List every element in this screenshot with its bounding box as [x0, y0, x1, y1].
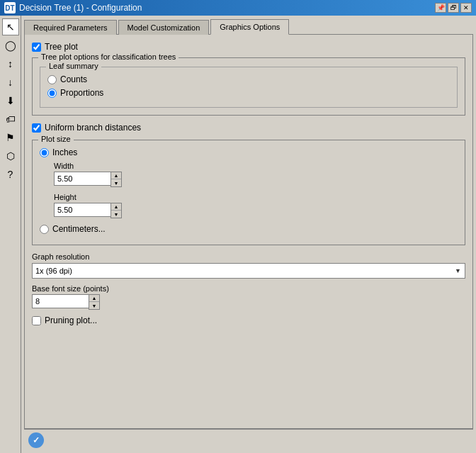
- width-spinner-group: Width ▲ ▼: [54, 162, 458, 187]
- pruning-plot-checkbox[interactable]: [32, 316, 41, 325]
- font-size-input[interactable]: [32, 294, 89, 308]
- width-input[interactable]: [54, 172, 110, 186]
- title-bar-left: DT Decision Tree (1) - Configuration: [4, 2, 142, 13]
- sidebar-icon-arrow[interactable]: ↖: [2, 18, 19, 35]
- height-spinners: ▲ ▼: [110, 203, 122, 218]
- plot-size-group: Plot size Inches Width ▲: [32, 140, 465, 245]
- leaf-summary-title: Leaf summary: [46, 62, 101, 70]
- tree-plot-label: Tree plot: [45, 42, 78, 52]
- height-down-button[interactable]: ▼: [111, 211, 121, 218]
- height-up-button[interactable]: ▲: [111, 203, 121, 211]
- bottom-check-icon: ✓: [28, 432, 44, 448]
- sidebar: ↖ ◯ ↕ ↓ ⬇ 🏷 ⚑ ⬡ ?: [0, 16, 21, 453]
- width-control: ▲ ▼: [54, 172, 458, 187]
- inches-radio[interactable]: [40, 148, 49, 157]
- sidebar-icon-flag[interactable]: ⚑: [2, 129, 19, 146]
- graph-resolution-row: Graph resolution 1x (96 dpi) 2x (192 dpi…: [32, 252, 465, 279]
- main-container: ↖ ◯ ↕ ↓ ⬇ 🏷 ⚑ ⬡ ? Required Parameters Mo…: [0, 16, 476, 453]
- width-spinners: ▲ ▼: [110, 172, 122, 187]
- uniform-branch-label: Uniform branch distances: [45, 123, 141, 133]
- centimeters-radio[interactable]: [40, 225, 49, 234]
- pruning-plot-label: Pruning plot...: [45, 315, 97, 325]
- app-icon: DT: [4, 2, 16, 13]
- tree-plot-checkbox[interactable]: [32, 43, 41, 52]
- leaf-summary-options: Counts Proportions: [47, 74, 450, 98]
- tree-plot-row: Tree plot: [32, 42, 465, 52]
- font-size-down-button[interactable]: ▼: [89, 302, 99, 309]
- uniform-branch-row: Uniform branch distances: [32, 123, 465, 133]
- proportions-row: Proportions: [47, 88, 450, 98]
- tree-plot-options-content: Leaf summary Counts Proportions: [40, 67, 458, 108]
- plot-size-title: Plot size: [38, 135, 74, 143]
- height-input[interactable]: [54, 203, 110, 217]
- tab-required-parameters[interactable]: Required Parameters: [24, 20, 117, 35]
- proportions-label: Proportions: [60, 88, 103, 98]
- inches-row: Inches: [40, 147, 458, 157]
- centimeters-label: Centimeters...: [52, 224, 106, 234]
- content-area: Required Parameters Model Customization …: [21, 16, 476, 453]
- sidebar-icon-tag[interactable]: 🏷: [2, 111, 19, 128]
- title-bar: DT Decision Tree (1) - Configuration 📌 🗗…: [0, 0, 476, 16]
- centimeters-row: Centimeters...: [40, 224, 458, 234]
- sidebar-icon-hex[interactable]: ⬡: [2, 147, 19, 164]
- uniform-branch-checkbox[interactable]: [32, 123, 41, 133]
- graph-resolution-select[interactable]: 1x (96 dpi) 2x (192 dpi) 3x (288 dpi): [32, 263, 465, 279]
- font-size-up-button[interactable]: ▲: [89, 295, 99, 302]
- tree-plot-options-title: Tree plot options for classification tre…: [38, 52, 178, 61]
- tabs-bar: Required Parameters Model Customization …: [24, 18, 473, 34]
- font-size-group: Base font size (points) ▲ ▼: [32, 284, 465, 310]
- close-button[interactable]: ✕: [460, 3, 472, 13]
- counts-radio[interactable]: [47, 75, 57, 84]
- tab-model-customization[interactable]: Model Customization: [118, 20, 210, 35]
- sidebar-icon-arrows-v[interactable]: ↕: [2, 55, 19, 72]
- restore-button[interactable]: 🗗: [448, 3, 459, 13]
- height-control: ▲ ▼: [54, 203, 458, 218]
- bottom-bar: ✓: [24, 429, 473, 450]
- width-down-button[interactable]: ▼: [111, 179, 121, 186]
- sidebar-icon-help[interactable]: ?: [2, 166, 19, 183]
- title-controls: 📌 🗗 ✕: [435, 3, 472, 13]
- pin-button[interactable]: 📌: [435, 3, 446, 13]
- tree-plot-options-group: Tree plot options for classification tre…: [32, 57, 465, 116]
- counts-label: Counts: [60, 74, 87, 84]
- counts-row: Counts: [47, 74, 450, 84]
- sidebar-icon-down[interactable]: ↓: [2, 74, 19, 91]
- sidebar-icon-circle[interactable]: ◯: [2, 37, 19, 54]
- graph-resolution-wrapper: 1x (96 dpi) 2x (192 dpi) 3x (288 dpi): [32, 263, 465, 279]
- height-spinner-group: Height ▲ ▼: [54, 193, 458, 218]
- proportions-radio[interactable]: [47, 89, 57, 98]
- plot-size-content: Inches Width ▲ ▼: [40, 147, 458, 234]
- tab-graphics-options[interactable]: Graphics Options: [210, 19, 289, 35]
- leaf-summary-group: Leaf summary Counts Proportions: [40, 67, 458, 108]
- font-size-control: ▲ ▼: [32, 294, 465, 310]
- pruning-plot-row: Pruning plot...: [32, 315, 465, 325]
- width-up-button[interactable]: ▲: [111, 172, 121, 179]
- graph-resolution-label: Graph resolution: [32, 252, 465, 261]
- graphics-panel: Tree plot Tree plot options for classifi…: [24, 34, 473, 429]
- inches-label: Inches: [52, 147, 77, 157]
- font-size-spinners: ▲ ▼: [89, 294, 100, 310]
- font-size-label: Base font size (points): [32, 284, 465, 293]
- height-label: Height: [54, 193, 458, 201]
- width-label: Width: [54, 162, 458, 170]
- window-title: Decision Tree (1) - Configuration: [19, 3, 142, 13]
- sidebar-icon-down2[interactable]: ⬇: [2, 92, 19, 109]
